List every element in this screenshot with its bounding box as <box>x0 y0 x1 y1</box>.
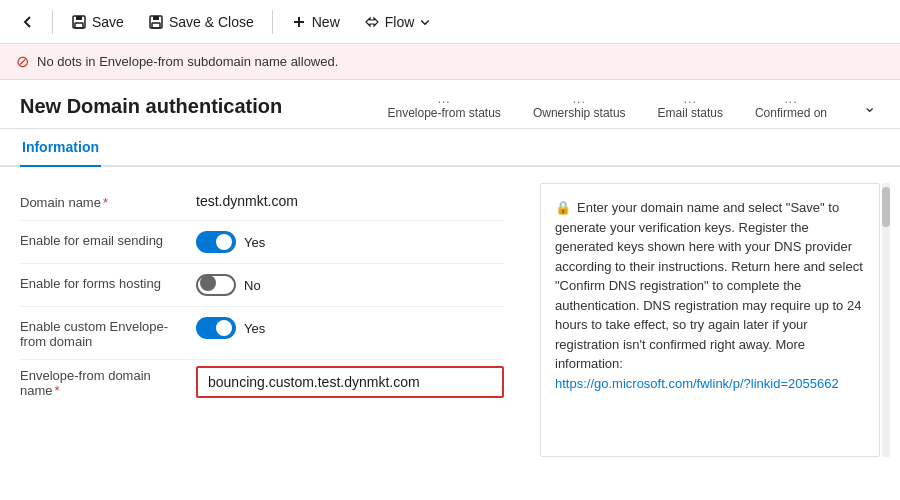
envelope-domain-label: Envelope-from domain name* <box>20 366 180 398</box>
ownership-status: ... Ownership status <box>533 92 626 120</box>
envelope-domain-field <box>196 366 504 398</box>
back-button[interactable] <box>12 9 44 35</box>
info-link[interactable]: https://go.microsoft.com/fwlink/p/?linki… <box>555 376 839 391</box>
email-sending-value: Yes <box>244 235 265 250</box>
confirmed-dots: ... <box>755 92 827 106</box>
save-icon <box>71 14 87 30</box>
custom-envelope-toggle-wrap: Yes <box>196 317 265 339</box>
email-sending-label: Enable for email sending <box>20 231 180 248</box>
form-row-envelope-domain: Envelope-from domain name* <box>20 360 504 404</box>
ownership-label: Ownership status <box>533 106 626 120</box>
envelope-from-status: ... Envelope-from status <box>387 92 500 120</box>
back-icon <box>20 14 36 30</box>
error-icon: ⊘ <box>16 52 29 71</box>
form-section: Domain name* test.dynmkt.com Enable for … <box>20 183 504 457</box>
toolbar: Save Save & Close New Flow <box>0 0 900 44</box>
toolbar-divider-2 <box>272 10 273 34</box>
tab-information[interactable]: Information <box>20 129 101 167</box>
error-message: No dots in Envelope-from subdomain name … <box>37 54 338 69</box>
svg-rect-1 <box>76 16 82 20</box>
form-row-custom-envelope: Enable custom Envelope-from domain Yes <box>20 307 504 360</box>
forms-hosting-toggle[interactable] <box>196 274 236 296</box>
lock-icon: 🔒 <box>555 200 571 215</box>
envelope-from-label: Envelope-from status <box>387 106 500 120</box>
new-icon <box>291 14 307 30</box>
page-header: New Domain authentication ... Envelope-f… <box>0 80 900 129</box>
domain-name-label: Domain name* <box>20 193 180 210</box>
error-banner: ⊘ No dots in Envelope-from subdomain nam… <box>0 44 900 80</box>
confirmed-label: Confirmed on <box>755 106 827 120</box>
email-status: ... Email status <box>658 92 723 120</box>
svg-rect-4 <box>153 16 159 20</box>
flow-button[interactable]: Flow <box>354 9 442 35</box>
envelope-from-dots: ... <box>387 92 500 106</box>
form-row-forms-hosting: Enable for forms hosting No <box>20 264 504 307</box>
info-panel: 🔒Enter your domain name and select "Save… <box>540 183 880 457</box>
required-star-domain: * <box>103 195 108 210</box>
flow-chevron-icon <box>419 16 431 28</box>
envelope-domain-input[interactable] <box>208 374 492 390</box>
forms-hosting-toggle-wrap: No <box>196 274 261 296</box>
form-row-domain-name: Domain name* test.dynmkt.com <box>20 183 504 221</box>
required-star-envelope: * <box>55 383 60 398</box>
email-sending-toggle[interactable] <box>196 231 236 253</box>
custom-envelope-label: Enable custom Envelope-from domain <box>20 317 180 349</box>
form-row-email-sending: Enable for email sending Yes <box>20 221 504 264</box>
status-bar: ... Envelope-from status ... Ownership s… <box>387 92 880 120</box>
forms-hosting-label: Enable for forms hosting <box>20 274 180 291</box>
info-panel-container: 🔒Enter your domain name and select "Save… <box>520 183 880 457</box>
custom-envelope-value: Yes <box>244 321 265 336</box>
flow-label: Flow <box>385 14 415 30</box>
save-close-button[interactable]: Save & Close <box>138 9 264 35</box>
custom-envelope-toggle[interactable] <box>196 317 236 339</box>
email-sending-toggle-wrap: Yes <box>196 231 265 253</box>
save-label: Save <box>92 14 124 30</box>
toolbar-divider-1 <box>52 10 53 34</box>
forms-hosting-slider <box>196 274 236 296</box>
save-close-icon <box>148 14 164 30</box>
page-title: New Domain authentication <box>20 95 282 118</box>
new-button[interactable]: New <box>281 9 350 35</box>
scrollbar-thumb[interactable] <box>882 187 890 227</box>
domain-name-value: test.dynmkt.com <box>196 193 298 209</box>
email-label: Email status <box>658 106 723 120</box>
custom-envelope-slider <box>196 317 236 339</box>
tabs-bar: Information <box>0 129 900 167</box>
confirmed-on-status: ... Confirmed on <box>755 92 827 120</box>
new-label: New <box>312 14 340 30</box>
save-close-label: Save & Close <box>169 14 254 30</box>
email-dots: ... <box>658 92 723 106</box>
save-button[interactable]: Save <box>61 9 134 35</box>
status-bar-chevron[interactable]: ⌄ <box>859 93 880 120</box>
forms-hosting-value: No <box>244 278 261 293</box>
svg-rect-5 <box>152 23 160 28</box>
info-text: Enter your domain name and select "Save"… <box>555 200 863 371</box>
flow-icon <box>364 14 380 30</box>
scrollbar-track[interactable] <box>882 183 890 457</box>
email-sending-slider <box>196 231 236 253</box>
ownership-dots: ... <box>533 92 626 106</box>
svg-rect-2 <box>75 23 83 28</box>
